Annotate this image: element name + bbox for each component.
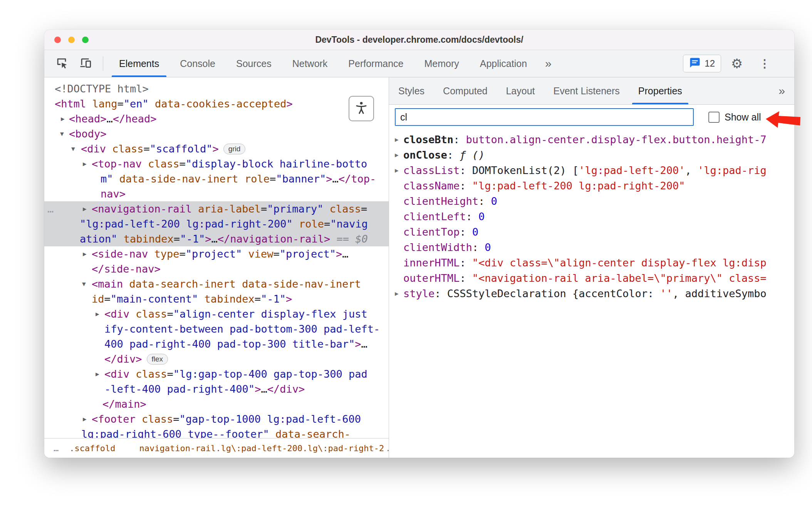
expand-arrow-icon[interactable]: ▶: [83, 246, 87, 261]
tab-properties[interactable]: Properties: [629, 77, 691, 104]
tab-console[interactable]: Console: [169, 50, 226, 77]
traffic-lights: [54, 30, 89, 50]
sidebar-tab-list: StylesComputedLayoutEvent ListenersPrope…: [389, 77, 691, 104]
show-all-label: Show all: [725, 112, 761, 123]
minimize-window-button[interactable]: [68, 37, 75, 43]
dom-tree-row[interactable]: -left-400 pad-right-400">…</div>: [44, 381, 389, 397]
inspect-element-button[interactable]: [50, 50, 74, 77]
zoom-window-button[interactable]: [82, 37, 89, 43]
property-row[interactable]: clientTop: 0: [389, 224, 794, 240]
grid-badge[interactable]: grid: [223, 144, 246, 154]
property-name: closeBtn: [403, 134, 453, 146]
toolbar-right-cluster: 12 ⚙ ⋮: [683, 50, 794, 77]
chat-bubble-icon: [689, 57, 701, 70]
dom-tree-row[interactable]: id="main-content" tabindex="-1">: [44, 291, 389, 306]
properties-filter-input[interactable]: [395, 108, 694, 126]
expand-arrow-icon[interactable]: ▶: [83, 156, 87, 171]
dom-tree-row[interactable]: ▼<body>: [44, 126, 389, 141]
row-overflow-dots[interactable]: …: [47, 201, 54, 216]
tab-elements[interactable]: Elements: [109, 50, 169, 77]
dom-tree-row[interactable]: nav>: [44, 186, 389, 201]
tab-performance[interactable]: Performance: [338, 50, 414, 77]
accessibility-inspect-button[interactable]: [349, 96, 374, 121]
dom-tree-row[interactable]: ▶<footer class="gap-top-1000 lg:pad-left…: [44, 412, 389, 427]
tab-computed[interactable]: Computed: [434, 77, 497, 104]
expand-arrow-icon[interactable]: ▶: [96, 366, 99, 381]
tab-layout[interactable]: Layout: [497, 77, 544, 104]
breadcrumb-overflow-right[interactable]: …: [387, 443, 389, 453]
property-row[interactable]: ▶style: CSSStyleDeclaration {accentColor…: [389, 286, 794, 301]
property-row[interactable]: clientLeft: 0: [389, 209, 794, 224]
sidebar-more-tabs-button[interactable]: »: [769, 77, 794, 104]
breadcrumb-item[interactable]: .scaffold: [69, 443, 115, 453]
settings-button[interactable]: ⚙: [725, 56, 749, 71]
tab-memory[interactable]: Memory: [414, 50, 469, 77]
tab-network[interactable]: Network: [282, 50, 338, 77]
breadcrumb-overflow-left[interactable]: …: [54, 443, 59, 453]
device-toolbar-button[interactable]: [74, 50, 97, 77]
dom-tree-row[interactable]: ation" tabindex="-1">…</navigation-rail>…: [44, 231, 389, 246]
property-row[interactable]: clientWidth: 0: [389, 240, 794, 255]
flex-badge[interactable]: flex: [147, 354, 168, 365]
property-name: outerHTML: [403, 272, 460, 284]
close-window-button[interactable]: [54, 37, 61, 43]
collapse-arrow-icon[interactable]: ▼: [71, 141, 75, 156]
device-toolbar-icon: [79, 56, 92, 71]
dom-tree-row[interactable]: <!DOCTYPE html>: [44, 81, 389, 96]
properties-list: ▶closeBtn: button.align-center.display-f…: [389, 130, 794, 458]
dom-tree-row[interactable]: lg:pad-right-600 type--footer" data-sear…: [44, 427, 389, 438]
dom-tree-row[interactable]: ▶<div class="lg:gap-top-400 gap-top-300 …: [44, 366, 389, 381]
expand-arrow-icon[interactable]: ▶: [395, 163, 399, 178]
issues-count: 12: [705, 58, 715, 69]
dom-tree-row[interactable]: <html lang="en" data-cookies-accepted>: [44, 96, 389, 111]
dom-tree-row[interactable]: ▶<div class="align-center display-flex j…: [44, 306, 389, 321]
dom-tree-row[interactable]: ▼<main data-search-inert data-side-nav-i…: [44, 276, 389, 291]
dom-tree-row[interactable]: …▶<navigation-rail aria-label="primary" …: [44, 201, 389, 216]
tab-sources[interactable]: Sources: [226, 50, 282, 77]
tab-application[interactable]: Application: [470, 50, 537, 77]
collapse-arrow-icon[interactable]: ▼: [60, 126, 64, 141]
issues-button[interactable]: 12: [683, 55, 721, 72]
tab-event-listeners[interactable]: Event Listeners: [544, 77, 629, 104]
dom-tree-row[interactable]: ▶<side-nav type="project" view="project"…: [44, 246, 389, 261]
expand-arrow-icon[interactable]: ▶: [61, 111, 65, 126]
dom-tree-row[interactable]: ify-content-between pad-bottom-300 pad-l…: [44, 321, 389, 336]
dom-tree-row[interactable]: </main>: [44, 397, 389, 412]
breadcrumb-item[interactable]: navigation-rail.lg\:pad-left-200.lg\:pad…: [139, 443, 384, 453]
property-row[interactable]: outerHTML: "<navigation-rail aria-label=…: [389, 271, 794, 286]
expand-arrow-icon[interactable]: ▶: [96, 306, 99, 321]
dom-tree-row[interactable]: ▶<head>…</head>: [44, 111, 389, 126]
menu-button[interactable]: ⋮: [753, 57, 777, 70]
expand-arrow-icon[interactable]: ▶: [395, 147, 399, 163]
dom-tree-row[interactable]: "lg:pad-left-200 lg:pad-right-200" role=…: [44, 216, 389, 231]
property-name: className: [403, 180, 460, 192]
expand-arrow-icon[interactable]: ▶: [395, 132, 399, 147]
more-tabs-button[interactable]: »: [537, 50, 559, 77]
property-row[interactable]: ▶closeBtn: button.align-center.display-f…: [389, 132, 794, 147]
property-row[interactable]: clientHeight: 0: [389, 194, 794, 209]
titlebar: DevTools - developer.chrome.com/docs/dev…: [44, 30, 794, 50]
tab-styles[interactable]: Styles: [389, 77, 434, 104]
property-name: style: [403, 288, 435, 300]
property-row[interactable]: ▶onClose: ƒ (): [389, 147, 794, 163]
dom-tree-row[interactable]: </side-nav>: [44, 261, 389, 276]
expand-arrow-icon[interactable]: ▶: [395, 286, 399, 301]
show-all-checkbox[interactable]: [708, 112, 720, 123]
dom-tree-row[interactable]: ▶<top-nav class="display-block hairline-…: [44, 156, 389, 171]
expand-arrow-icon[interactable]: ▶: [83, 201, 87, 216]
devtools-window: DevTools - developer.chrome.com/docs/dev…: [44, 30, 794, 458]
inspect-cursor-icon: [55, 56, 68, 71]
property-row[interactable]: ▶classList: DOMTokenList(2) ['lg:pad-lef…: [389, 163, 794, 178]
expand-arrow-icon[interactable]: ▶: [83, 412, 87, 427]
property-row[interactable]: innerHTML: "<div class=\"align-center di…: [389, 255, 794, 271]
gear-icon: ⚙: [731, 56, 743, 71]
dom-tree-row[interactable]: ▼<div class="scaffold">grid: [44, 141, 389, 156]
dom-tree-row[interactable]: m" data-side-nav-inert role="banner">…</…: [44, 171, 389, 186]
dom-tree: <!DOCTYPE html><html lang="en" data-cook…: [44, 77, 389, 438]
dom-tree-row[interactable]: 400 pad-right-400 pad-top-300 title-bar"…: [44, 336, 389, 351]
toolbar-tab-list: ElementsConsoleSourcesNetworkPerformance…: [109, 50, 537, 77]
window-title: DevTools - developer.chrome.com/docs/dev…: [315, 35, 523, 45]
dom-tree-row[interactable]: </div>flex: [44, 351, 389, 366]
collapse-arrow-icon[interactable]: ▼: [82, 276, 86, 291]
property-row[interactable]: className: "lg:pad-left-200 lg:pad-right…: [389, 178, 794, 194]
